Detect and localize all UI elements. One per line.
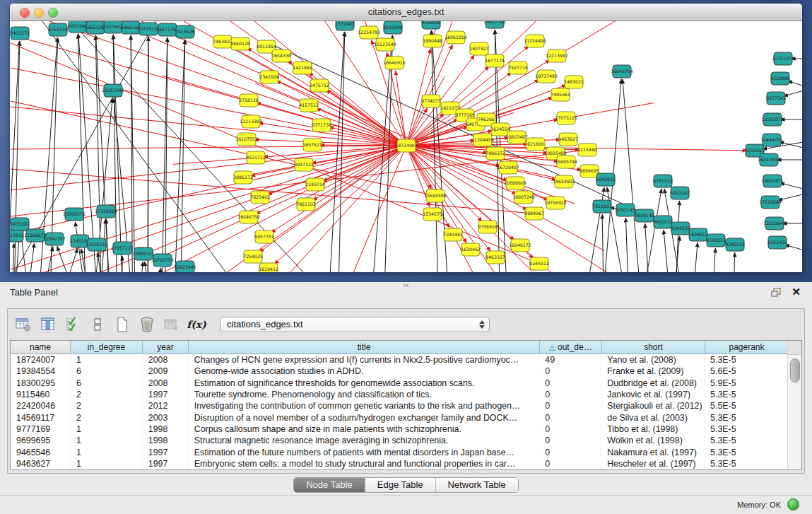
graph-node[interactable]: 9457751 — [254, 230, 274, 243]
graph-node[interactable]: 7240461 — [443, 228, 463, 241]
graph-node[interactable]: 9771738 — [312, 119, 331, 132]
graph-node[interactable]: 15692971 — [761, 175, 784, 187]
graph-node[interactable]: 6734073 — [421, 95, 441, 107]
graph-node[interactable]: 1677174 — [485, 54, 505, 67]
tab-node-table[interactable]: Node Table — [294, 478, 365, 492]
graph-node[interactable]: 16640910 — [383, 57, 406, 69]
graph-node[interactable]: 8019145 — [635, 209, 654, 222]
new-file-icon[interactable] — [114, 315, 131, 334]
graph-node[interactable]: 9115460 — [577, 144, 597, 156]
graph-node[interactable]: 9245012 — [529, 257, 549, 270]
column-header-pagerank[interactable]: pagerank — [705, 341, 789, 354]
column-header-in_degree[interactable]: in_degree — [71, 341, 143, 354]
graph-node[interactable]: 12213987 — [546, 49, 568, 62]
graph-node[interactable]: 18807249 — [512, 191, 535, 204]
graph-node[interactable]: 16627748 — [483, 21, 506, 28]
graph-node[interactable]: 10046172 — [509, 239, 531, 252]
graph-node[interactable]: 9329966 — [770, 72, 790, 85]
graph-node[interactable]: 7485063 — [551, 88, 570, 101]
graph-node[interactable]: 15123549 — [374, 38, 396, 51]
column-header-out_de[interactable]: △out_de… — [540, 341, 602, 354]
graph-node[interactable]: 19737493 — [535, 70, 558, 83]
graph-node[interactable]: 1483021 — [564, 76, 584, 88]
graph-node[interactable]: 4157512 — [299, 99, 319, 112]
graph-node[interactable]: 1435081 — [10, 218, 30, 230]
graph-node[interactable]: 16961910 — [445, 31, 467, 44]
graph-node[interactable]: 1619412 — [259, 263, 278, 272]
graph-node[interactable]: 10688609 — [504, 177, 526, 189]
graph-node[interactable]: 3896172 — [233, 171, 253, 184]
graph-hub-node[interactable]: 18724007 — [395, 139, 418, 152]
table-row[interactable]: 977716911998Corpus callosum shape and si… — [11, 424, 788, 435]
graph-node[interactable]: 7527715 — [508, 62, 528, 74]
graph-node[interactable]: 12254793 — [358, 26, 380, 39]
graph-node[interactable]: 12210645 — [763, 217, 786, 230]
graph-node[interactable]: 8183048 — [383, 21, 403, 34]
graph-node[interactable]: 17359924 — [95, 205, 117, 218]
close-panel-icon[interactable]: ✕ — [792, 286, 801, 298]
graph-node[interactable]: 3769140 — [48, 23, 68, 36]
graph-node[interactable]: 16046750 — [237, 211, 260, 223]
tab-edge-table[interactable]: Edge Table — [365, 478, 436, 492]
column-header-short[interactable]: short — [602, 341, 705, 354]
zoom-traffic-light-icon[interactable] — [48, 8, 58, 18]
table-row[interactable]: 911546021997Tourette syndrome. Phenomeno… — [11, 389, 788, 400]
network-canvas[interactable]: 1872400774638228660128891295416543382342… — [10, 21, 802, 272]
float-window-icon[interactable] — [771, 287, 782, 300]
panel-drag-handle[interactable] — [404, 284, 410, 288]
column-header-name[interactable]: name — [11, 341, 71, 354]
graph-node[interactable]: 1654338 — [271, 49, 291, 62]
graph-node[interactable]: 3405571 — [10, 27, 30, 40]
graph-node[interactable]: 9227343 — [766, 92, 786, 105]
graph-node[interactable]: 16210643 — [758, 153, 780, 166]
table-row[interactable]: 946362711997Embryonic stem cells: a mode… — [11, 458, 788, 469]
delete-table-trash-icon[interactable] — [139, 315, 155, 334]
graph-node[interactable]: 16782759 — [151, 254, 174, 267]
graph-node[interactable]: 6919107 — [670, 187, 690, 199]
graph-node[interactable]: 7919107 — [592, 200, 612, 213]
close-traffic-light-icon[interactable] — [20, 8, 30, 18]
table-row[interactable]: 1456911722003Disruption of a novel membe… — [11, 411, 788, 423]
graph-node[interactable]: 12213383 — [240, 115, 262, 128]
minimize-traffic-light-icon[interactable] — [34, 8, 44, 18]
function-builder-icon[interactable]: f(x) — [188, 315, 205, 334]
graph-node[interactable]: 15751074 — [772, 52, 794, 65]
graph-node[interactable]: 11254408 — [524, 35, 546, 47]
graph-node[interactable]: 1697621 — [302, 139, 322, 151]
row-height-icon[interactable] — [89, 315, 106, 334]
graph-node[interactable]: 2342004 — [259, 71, 279, 83]
graph-node[interactable]: 9884067 — [524, 207, 544, 220]
table-row[interactable]: 1938455462009Genome-wide association stu… — [11, 366, 788, 377]
graph-node[interactable]: 16648784 — [611, 65, 633, 78]
column-header-year[interactable]: year — [143, 341, 189, 354]
graph-node[interactable]: 1094501 — [671, 222, 690, 235]
graph-node[interactable]: 21053346 — [102, 84, 124, 97]
graph-node[interactable]: 12093872 — [761, 113, 784, 126]
select-columns-icon[interactable] — [64, 315, 81, 334]
graph-node[interactable]: 9463627 — [558, 133, 578, 146]
graph-node[interactable]: 1607427 — [469, 42, 489, 55]
graph-node[interactable]: 17957223 — [111, 242, 134, 255]
graph-node[interactable]: 6791910 — [653, 175, 673, 187]
graph-node[interactable]: 1619462 — [461, 243, 481, 256]
graph-node[interactable]: 1604612 — [688, 228, 708, 241]
graph-node[interactable]: 7861103 — [296, 198, 316, 211]
graph-node[interactable]: 7986372 — [486, 147, 505, 160]
graph-node[interactable]: 15584594 — [424, 189, 447, 202]
graph-node[interactable]: 9463327 — [486, 251, 505, 264]
graph-node[interactable]: 19654923 — [553, 175, 575, 188]
graph-node[interactable]: 17210644 — [759, 196, 782, 209]
network-window-titlebar[interactable]: citations_edges.txt — [10, 4, 802, 21]
graph-node[interactable]: 1534575 — [423, 208, 442, 221]
graph-node[interactable]: 1527602 — [103, 21, 123, 33]
graph-node[interactable]: 9245013 — [706, 234, 726, 247]
graph-node[interactable]: 9756928 — [478, 221, 498, 233]
graph-node[interactable]: 9192450 — [767, 236, 787, 249]
graph-node[interactable]: 7515526 — [175, 25, 195, 38]
graph-node[interactable]: 21364456 — [471, 134, 494, 146]
graph-node[interactable]: 1572482 — [335, 21, 355, 30]
graph-node[interactable]: 1640935 — [596, 173, 616, 186]
add-column-icon[interactable] — [40, 315, 57, 334]
graph-node[interactable]: 12444151 — [760, 134, 783, 146]
graph-node[interactable]: 8937122 — [294, 158, 314, 171]
